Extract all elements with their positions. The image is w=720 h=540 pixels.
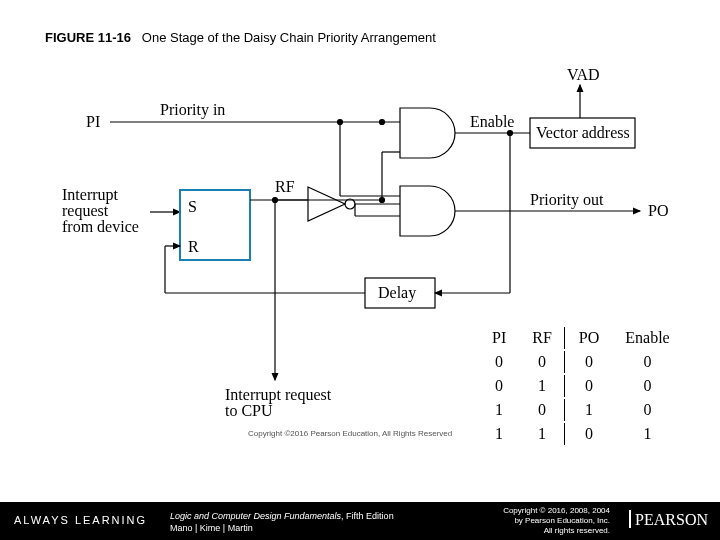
truth-table: PI RF PO Enable 0000 0100 1010 1101 [478,325,684,447]
label-int-to-cpu: Interrupt request to CPU [225,386,335,419]
image-copyright: Copyright ©2016 Pearson Education, All R… [248,429,452,438]
label-enable: Enable [470,113,514,130]
label-vector-address: Vector address [536,124,630,141]
always-learning: ALWAYS LEARNING [14,514,147,526]
label-pi: PI [86,113,100,130]
label-priority-out: Priority out [530,191,604,209]
tt-h-pi: PI [480,327,518,349]
copyright-text: Copyright © 2016, 2008, 2004by Pearson E… [503,506,610,536]
label-r: R [188,238,199,255]
tt-h-en: Enable [613,327,681,349]
label-int-from-device: Interrupt request from device [62,186,139,235]
pearson-logo: PEARSON [629,510,708,529]
book-credit: Logic and Computer Design Fundamentals, … [170,510,394,534]
tt-h-po: PO [567,327,611,349]
label-s: S [188,198,197,215]
label-delay: Delay [378,284,416,302]
footer-bar: ALWAYS LEARNING Logic and Computer Desig… [0,502,720,540]
label-vad: VAD [567,66,600,83]
label-priority-in: Priority in [160,101,225,119]
label-rf: RF [275,178,295,195]
svg-point-2 [380,120,385,125]
label-po: PO [648,202,668,219]
tt-h-rf: RF [520,327,565,349]
